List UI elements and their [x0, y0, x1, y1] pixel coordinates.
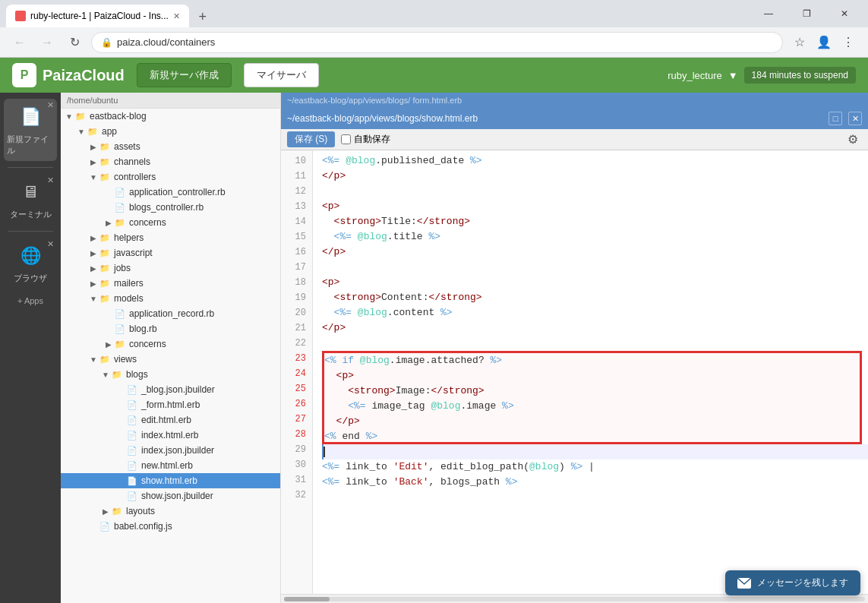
- tree-item-blogs[interactable]: 📁 blogs: [61, 367, 280, 382]
- account-name: ruby_lecture: [668, 70, 722, 81]
- maximize-button[interactable]: ❐: [789, 0, 824, 27]
- sidebar-item-browser[interactable]: 🌐 ブラウザ ✕: [4, 238, 57, 289]
- profile-button[interactable]: 👤: [813, 32, 835, 53]
- forward-button[interactable]: →: [36, 32, 58, 53]
- tree-item-controllers[interactable]: 📁 controllers: [61, 169, 280, 185]
- sidebar-item-terminal[interactable]: 🖥 ターミナル ✕: [4, 174, 57, 225]
- line-num-17: 17: [281, 260, 312, 275]
- tree-item-babel[interactable]: 📄 babel.config.js: [61, 519, 280, 534]
- tab-close-button[interactable]: ✕: [173, 11, 180, 21]
- tree-item-new-erb[interactable]: 📄 new.html.erb: [61, 458, 280, 473]
- arrow-jobs: [88, 264, 99, 273]
- bookmark-button[interactable]: ☆: [789, 32, 810, 53]
- code-line-26: <%= image_tag @blog.image %>: [324, 399, 860, 414]
- tree-item-javascript[interactable]: 📁 javascript: [61, 245, 280, 260]
- code-line-18: <p>: [322, 275, 868, 290]
- tree-item-blogs-controller[interactable]: 📄 blogs_controller.rb: [61, 200, 280, 215]
- active-tab[interactable]: ruby-lecture-1 | PaizaCloud - Ins... ✕: [6, 5, 189, 27]
- tree-item-jobs[interactable]: 📁 jobs: [61, 260, 280, 276]
- menu-button[interactable]: ⋮: [838, 32, 859, 53]
- close-button[interactable]: ✕: [827, 0, 862, 27]
- tree-label-controllers: controllers: [114, 172, 156, 182]
- tree-label-new-erb: new.html.erb: [141, 460, 193, 471]
- tree-item-channels[interactable]: 📁 channels: [61, 154, 280, 169]
- code-line-17: [322, 260, 868, 275]
- sidebar-close-terminal[interactable]: ✕: [47, 175, 54, 185]
- tree-item-app-record[interactable]: 📄 application_record.rb: [61, 306, 280, 321]
- message-button[interactable]: メッセージを残します: [725, 570, 860, 595]
- save-button[interactable]: 保存 (S): [287, 131, 335, 147]
- scrollbar-thumb[interactable]: [284, 597, 330, 601]
- code-line-14: <strong>Title:</strong>: [322, 214, 868, 229]
- tree-item-show-json[interactable]: 📄 show.json.jbuilder: [61, 488, 280, 504]
- my-server-button[interactable]: マイサーバ: [244, 63, 319, 87]
- line-num-10: 10: [281, 153, 312, 169]
- new-server-button[interactable]: 新規サーバ作成: [137, 63, 232, 87]
- arrow-eastback-blog: [64, 112, 74, 121]
- sidebar-close-browser[interactable]: ✕: [47, 239, 54, 249]
- line-num-22: 22: [281, 336, 312, 351]
- tree-item-assets[interactable]: 📁 assets: [61, 139, 280, 154]
- sidebar-item-newfile[interactable]: 📄 新規ファイル ✕: [4, 99, 57, 161]
- tree-item-show-erb[interactable]: 📄 show.html.erb: [61, 473, 280, 488]
- tree-item-mailers[interactable]: 📁 mailers: [61, 276, 280, 291]
- tree-label-eastback-blog: eastback-blog: [90, 111, 147, 122]
- back-button[interactable]: ←: [9, 32, 30, 53]
- tree-item-blog-json[interactable]: 📄 _blog.json.jbuilder: [61, 382, 280, 397]
- editor-restore-button[interactable]: □: [829, 112, 842, 125]
- file-icon-app-record: 📄: [114, 308, 126, 320]
- minimize-button[interactable]: —: [751, 0, 786, 27]
- tree-item-app[interactable]: 📁 app: [61, 124, 280, 139]
- address-bar-actions: ☆ 👤 ⋮: [789, 32, 859, 53]
- tree-item-concerns-c[interactable]: 📁 concerns: [61, 215, 280, 230]
- paiza-logo-icon: P: [12, 63, 36, 87]
- tree-item-eastback-blog[interactable]: 📁 eastback-blog: [61, 109, 280, 124]
- tree-item-form-erb[interactable]: 📄 _form.html.erb: [61, 397, 280, 412]
- gear-button[interactable]: ⚙: [844, 131, 862, 149]
- line-num-14: 14: [281, 214, 312, 229]
- tree-label-index-erb: index.html.erb: [141, 430, 198, 440]
- tree-item-index-json[interactable]: 📄 index.json.jbuilder: [61, 443, 280, 458]
- code-container[interactable]: 10 11 12 13 14 15 16 17 18 19 20 21 22 2…: [281, 150, 868, 594]
- autosave-input[interactable]: [341, 134, 351, 144]
- tree-item-concerns-m[interactable]: 📁 concerns: [61, 336, 280, 352]
- tree-label-channels: channels: [114, 156, 150, 167]
- scrollbar-track[interactable]: [284, 597, 865, 601]
- tree-label-app-record: application_record.rb: [129, 308, 214, 319]
- folder-icon-controllers: 📁: [99, 171, 111, 183]
- line-num-30: 30: [281, 457, 312, 472]
- tree-item-blog-rb[interactable]: 📄 blog.rb: [61, 321, 280, 336]
- folder-icon-blogs: 📁: [111, 368, 123, 380]
- code-line-28: <% end %>: [324, 429, 860, 444]
- inactive-tab-label[interactable]: ~/eastback-blog/app/views/blogs/ form.ht…: [287, 96, 462, 105]
- tree-item-models[interactable]: 📁 models: [61, 291, 280, 306]
- tree-label-index-json: index.json.jbuilder: [141, 445, 214, 456]
- refresh-button[interactable]: ↻: [64, 32, 85, 53]
- arrow-concerns-c: [103, 219, 114, 227]
- editor-close-button[interactable]: ✕: [848, 112, 862, 125]
- line-num-26: 26: [281, 396, 312, 412]
- folder-icon-assets: 📁: [99, 140, 111, 153]
- line-num-13: 13: [281, 199, 312, 214]
- file-tree-root: /home/ubuntu: [67, 96, 118, 105]
- new-tab-button[interactable]: +: [192, 6, 213, 27]
- file-icon-show-erb: 📄: [126, 475, 138, 487]
- sidebar-close-newfile[interactable]: ✕: [47, 100, 54, 110]
- tree-item-views[interactable]: 📁 views: [61, 352, 280, 367]
- tree-item-helpers[interactable]: 📁 helpers: [61, 230, 280, 245]
- arrow-models: [88, 295, 99, 303]
- autosave-checkbox[interactable]: 自動保存: [341, 133, 390, 146]
- file-icon-new-erb: 📄: [126, 459, 138, 472]
- folder-icon-concerns-c: 📁: [114, 216, 126, 229]
- add-apps-button[interactable]: + Apps: [4, 292, 57, 310]
- code-lines[interactable]: <%= @blog.published_date %> </p> <p> <st…: [313, 150, 868, 594]
- address-bar[interactable]: 🔒 paiza.cloud/containers: [91, 32, 783, 53]
- file-icon-app-controller: 📄: [114, 186, 126, 198]
- code-line-23: <% if @blog.image.attached? %>: [324, 353, 860, 368]
- address-text: paiza.cloud/containers: [117, 36, 215, 48]
- browser-tabs: ruby-lecture-1 | PaizaCloud - Ins... ✕ +: [6, 0, 213, 27]
- tree-item-layouts[interactable]: 📁 layouts: [61, 504, 280, 519]
- tree-item-app-controller[interactable]: 📄 application_controller.rb: [61, 185, 280, 200]
- tree-item-index-erb[interactable]: 📄 index.html.erb: [61, 428, 280, 443]
- tree-item-edit-erb[interactable]: 📄 edit.html.erb: [61, 412, 280, 428]
